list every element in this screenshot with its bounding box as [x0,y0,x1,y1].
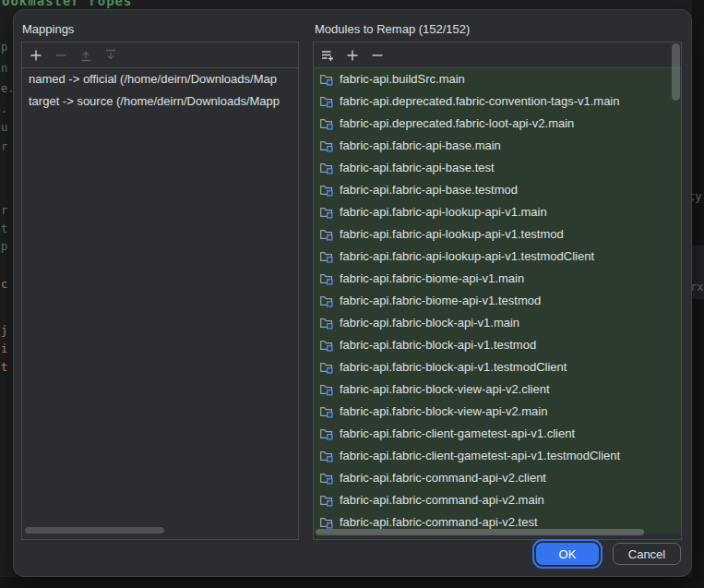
background-code-fragment: t [1,222,7,235]
module-icon [319,471,334,486]
module-list-item[interactable]: fabric-api.fabric-command-api-v2.client [314,467,681,489]
module-icon [319,161,334,175]
add-all-icon [320,48,335,63]
module-icon [319,205,334,220]
remove-icon [370,48,385,63]
module-list-item[interactable]: fabric-api.fabric-api-lookup-api-v1.main [314,201,681,223]
module-icon [319,294,334,308]
background-code-fragment: . [1,102,7,115]
module-list-item[interactable]: fabric-api.fabric-client-gametest-api-v1… [314,445,681,467]
module-icon [319,271,334,286]
modules-panel: fabric-api.buildSrc.main fabric-api.depr… [313,42,682,540]
add-mapping-button[interactable] [29,48,43,63]
background-code-fragment: u [1,121,7,134]
background-code-fragment: r [1,140,7,153]
add-all-modules-button[interactable] [320,48,335,63]
mappings-list: named -> official (/home/deirn/Downloads… [22,68,298,538]
module-list-item[interactable]: fabric-api.fabric-biome-api-v1.main [314,268,681,290]
modules-toolbar [314,42,681,68]
add-icon [345,48,360,63]
modules-list: fabric-api.buildSrc.main fabric-api.depr… [314,68,681,538]
add-module-button[interactable] [345,48,360,63]
background-code-fragment: r [1,204,7,217]
move-down-icon [103,48,118,63]
mapping-list-item[interactable]: named -> official (/home/deirn/Downloads… [22,68,298,90]
module-icon [319,249,334,264]
ok-button[interactable]: OK [536,543,599,565]
module-list-item[interactable]: fabric-api.fabric-api-base.test [314,157,681,179]
background-code-fragment: n [1,62,7,75]
move-up-icon [78,48,93,63]
module-icon [319,72,334,87]
editor-background-bottom [0,577,704,588]
remove-module-button[interactable] [370,48,385,63]
module-icon [319,493,334,508]
module-list-item[interactable]: fabric-api.fabric-api-base.main [314,135,681,157]
module-icon [319,449,334,463]
modules-panel-title: Modules to Remap (152/152) [315,22,470,36]
remove-mapping-button[interactable] [54,48,68,63]
module-list-item[interactable]: fabric-api.fabric-api-lookup-api-v1.test… [314,246,681,268]
background-code-fragment: c [1,278,7,291]
module-icon [319,183,334,198]
module-icon [319,338,334,353]
background-code-fragment: t [1,361,7,374]
cancel-button[interactable]: Cancel [613,543,681,565]
module-list-item[interactable]: fabric-api.fabric-client-gametest-api-v1… [314,423,681,445]
modules-horizontal-scrollbar[interactable] [316,529,644,535]
background-code-fragment: i [1,342,7,355]
move-up-button[interactable] [78,48,93,63]
module-icon [319,404,334,419]
module-icon [319,515,334,530]
module-icon [319,316,334,330]
module-icon [319,360,334,375]
module-list-item[interactable]: fabric-api.deprecated.fabric-convention-… [314,90,681,113]
module-list-item[interactable]: fabric-api.fabric-api-lookup-api-v1.test… [314,223,681,246]
mappings-horizontal-scrollbar[interactable] [25,527,164,534]
module-icon [319,426,334,441]
add-icon [29,48,43,63]
mappings-panel-title: Mappings [22,22,74,36]
mapping-list-item[interactable]: target -> source (/home/deirn/Downloads/… [22,90,298,113]
background-code-fragment: rx [690,281,703,294]
module-icon [319,116,334,131]
move-down-button[interactable] [103,48,118,63]
module-list-item[interactable]: fabric-api.fabric-biome-api-v1.testmod [314,290,681,312]
module-icon [319,94,334,109]
module-list-item[interactable]: fabric-api.fabric-command-api-v2.main [314,489,681,511]
background-code-line: ookmaster ropes [2,0,132,8]
module-list-item[interactable]: fabric-api.fabric-block-view-api-v2.clie… [314,378,681,401]
module-icon [319,138,334,153]
modules-vertical-scrollbar[interactable] [672,43,680,101]
module-list-item[interactable]: fabric-api.fabric-block-view-api-v2.main [314,401,681,423]
module-icon [319,382,334,397]
remove-icon [54,48,68,63]
remap-modules-dialog: Mappings Modules to Remap (152/152) na [13,9,692,577]
mappings-panel: named -> official (/home/deirn/Downloads… [21,42,299,540]
background-code-fragment: p [1,240,7,253]
module-list-item[interactable]: fabric-api.buildSrc.main [314,68,681,90]
mappings-toolbar [22,42,298,68]
module-list-item[interactable]: fabric-api.fabric-api-base.testmod [314,179,681,201]
module-list-item[interactable]: fabric-api.fabric-block-api-v1.testmodCl… [314,356,681,378]
module-list-item[interactable]: fabric-api.fabric-block-api-v1.testmod [314,334,681,356]
dialog-footer: OK Cancel [536,543,681,565]
module-list-item[interactable]: fabric-api.fabric-block-api-v1.main [314,312,681,334]
module-list-item[interactable]: fabric-api.deprecated.fabric-loot-api-v2… [314,113,681,135]
background-code-fragment: p [1,41,7,54]
background-code-fragment: j [1,324,7,337]
module-icon [319,227,334,242]
